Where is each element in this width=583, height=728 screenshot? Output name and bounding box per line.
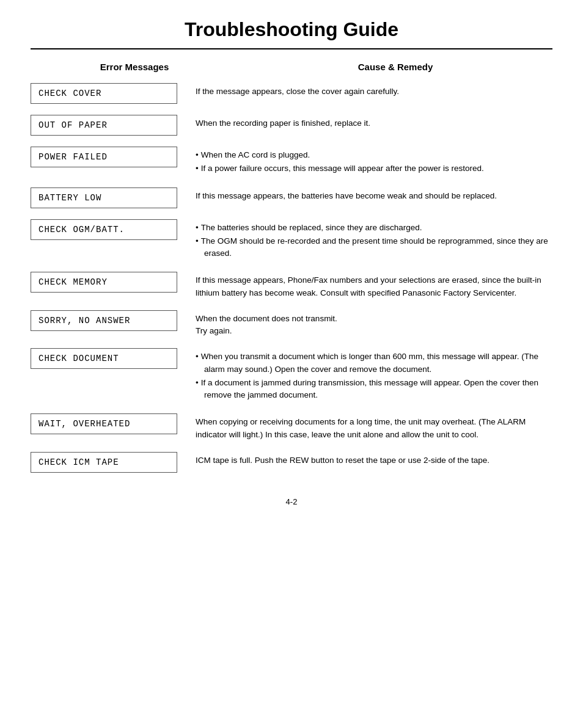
error-message-box: CHECK OGM/BATT. bbox=[31, 219, 177, 240]
column-headers: Error Messages Cause & Remedy bbox=[31, 62, 552, 72]
table-row: POWER FAILEDWhen the AC cord is plugged.… bbox=[31, 147, 552, 177]
title-divider bbox=[31, 48, 552, 49]
table-row: CHECK COVERIf the message appears, close… bbox=[31, 83, 552, 104]
error-message-box: POWER FAILED bbox=[31, 147, 177, 167]
table-row: BATTERY LOWIf this message appears, the … bbox=[31, 187, 552, 208]
page-footer: 4-2 bbox=[31, 497, 552, 506]
table-row: CHECK OGM/BATT.The batteries should be r… bbox=[31, 219, 552, 261]
error-message-box: WAIT, OVERHEATED bbox=[31, 413, 177, 434]
remedy-text: When copying or receiving documents for … bbox=[196, 413, 552, 441]
error-table: CHECK COVERIf the message appears, close… bbox=[31, 83, 552, 473]
remedy-text: When the recording paper is finished, re… bbox=[196, 115, 552, 129]
error-message-box: BATTERY LOW bbox=[31, 187, 177, 208]
remedy-text: If this message appears, the batteries h… bbox=[196, 187, 552, 202]
remedy-text: If the message appears, close the cover … bbox=[196, 83, 552, 98]
table-row: CHECK MEMORYIf this message appears, Pho… bbox=[31, 272, 552, 299]
table-row: CHECK DOCUMENTWhen you transmit a docume… bbox=[31, 348, 552, 402]
page-title: Troubleshooting Guide bbox=[31, 18, 552, 41]
table-row: SORRY, NO ANSWERWhen the document does n… bbox=[31, 310, 552, 338]
remedy-text: When the AC cord is plugged.If a power f… bbox=[196, 147, 552, 177]
col-remedy-header: Cause & Remedy bbox=[238, 62, 552, 72]
error-message-box: SORRY, NO ANSWER bbox=[31, 310, 177, 331]
error-message-box: CHECK DOCUMENT bbox=[31, 348, 177, 369]
error-message-box: CHECK MEMORY bbox=[31, 272, 177, 293]
error-message-box: OUT OF PAPER bbox=[31, 115, 177, 136]
remedy-text: The batteries should be replaced, since … bbox=[196, 219, 552, 261]
remedy-text: When the document does not transmit.Try … bbox=[196, 310, 552, 338]
error-message-box: CHECK COVER bbox=[31, 83, 177, 104]
table-row: CHECK ICM TAPEICM tape is full. Push the… bbox=[31, 452, 552, 473]
remedy-text: ICM tape is full. Push the REW button to… bbox=[196, 452, 552, 467]
remedy-text: If this message appears, Phone/Fax numbe… bbox=[196, 272, 552, 299]
remedy-text: When you transmit a document which is lo… bbox=[196, 348, 552, 402]
error-message-box: CHECK ICM TAPE bbox=[31, 452, 177, 473]
col-error-header: Error Messages bbox=[31, 62, 238, 72]
table-row: WAIT, OVERHEATEDWhen copying or receivin… bbox=[31, 413, 552, 441]
table-row: OUT OF PAPERWhen the recording paper is … bbox=[31, 115, 552, 136]
